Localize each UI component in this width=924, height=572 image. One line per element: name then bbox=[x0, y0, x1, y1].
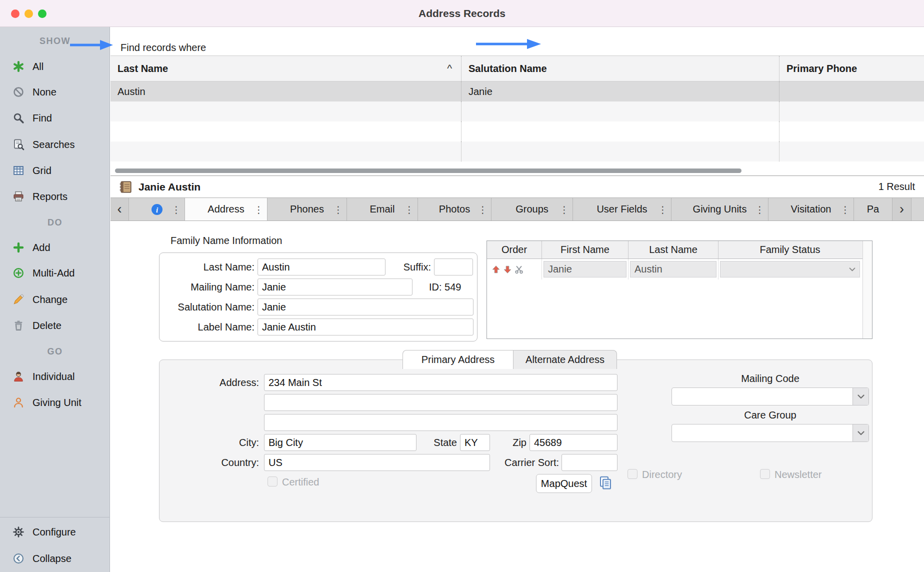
tab-options-icon[interactable]: ⋮ bbox=[755, 204, 764, 215]
members-column-last-name: Last Name bbox=[628, 241, 718, 258]
tab-options-icon[interactable]: ⋮ bbox=[254, 204, 264, 215]
chevron-down-icon bbox=[852, 424, 868, 442]
move-down-icon[interactable] bbox=[503, 265, 512, 274]
suffix-input[interactable] bbox=[434, 258, 473, 276]
circle-plus-icon bbox=[12, 266, 25, 280]
result-count: 1 Result bbox=[878, 181, 915, 192]
tab-groups[interactable]: Groups ⋮ bbox=[492, 198, 573, 220]
sidebar-item-collapse[interactable]: Collapse bbox=[0, 546, 110, 570]
carrier-sort-label: Carrier Sort: bbox=[490, 456, 559, 468]
zip-input[interactable] bbox=[530, 434, 618, 451]
sidebar-item-searches[interactable]: Searches bbox=[0, 132, 110, 156]
annotation-arrow-operator bbox=[475, 38, 542, 50]
tab-options-icon[interactable]: ⋮ bbox=[658, 204, 668, 215]
close-window-button[interactable] bbox=[11, 10, 20, 18]
tab-options-icon[interactable]: ⋮ bbox=[334, 204, 343, 215]
sidebar-item-individual[interactable]: Individual bbox=[0, 364, 110, 388]
tab-options-icon[interactable]: ⋮ bbox=[404, 204, 414, 215]
tabs-scroll-right-button[interactable]: › bbox=[892, 198, 912, 220]
newsletter-checkbox[interactable] bbox=[760, 469, 770, 479]
none-icon bbox=[12, 86, 25, 98]
minimize-window-button[interactable] bbox=[24, 10, 33, 18]
sidebar-item-configure[interactable]: Configure bbox=[0, 520, 110, 544]
sidebar-item-label: Find bbox=[32, 112, 52, 124]
tabs-scroll-left-button[interactable]: ‹ bbox=[110, 198, 129, 220]
mailing-name-input[interactable] bbox=[258, 278, 412, 296]
mapquest-button[interactable]: MapQuest bbox=[536, 474, 592, 493]
results-table: Last Name ^ Salutation Name Primary Phon… bbox=[110, 56, 924, 176]
column-header-salutation-name[interactable]: Salutation Name bbox=[462, 56, 780, 81]
country-label: Country: bbox=[190, 456, 259, 468]
sidebar-item-add[interactable]: Add bbox=[0, 236, 110, 260]
grid-icon bbox=[12, 164, 25, 177]
sidebar-item-giving-unit[interactable]: Giving Unit bbox=[0, 390, 110, 414]
saved-searches-icon bbox=[12, 138, 25, 151]
address-line2-input[interactable] bbox=[264, 394, 618, 411]
address-line3-input[interactable] bbox=[264, 414, 618, 431]
salutation-name-input[interactable] bbox=[258, 298, 474, 316]
mailing-code-select[interactable] bbox=[672, 388, 869, 406]
country-input[interactable] bbox=[264, 454, 490, 471]
table-row-empty bbox=[110, 122, 924, 142]
last-name-label: Last Name: bbox=[150, 261, 254, 273]
certified-label: Certified bbox=[282, 476, 319, 488]
address-line1-input[interactable] bbox=[264, 374, 618, 391]
mailing-name-label: Mailing Name: bbox=[150, 281, 254, 293]
tab-giving-units[interactable]: Giving Units ⋮ bbox=[672, 198, 768, 220]
tab-options-icon[interactable]: ⋮ bbox=[560, 204, 569, 215]
state-input[interactable] bbox=[460, 434, 490, 451]
column-header-label: Last Name bbox=[118, 63, 168, 74]
sidebar-item-label: Searches bbox=[32, 139, 75, 150]
move-up-icon[interactable] bbox=[492, 265, 500, 274]
tab-address[interactable]: Address ⋮ bbox=[185, 198, 268, 220]
cut-icon[interactable] bbox=[514, 265, 524, 274]
sidebar-item-grid[interactable]: Grid bbox=[0, 158, 110, 182]
tab-options-icon[interactable]: ⋮ bbox=[172, 204, 181, 215]
members-scrollbar[interactable] bbox=[862, 241, 872, 338]
tab-label: Photos bbox=[439, 204, 470, 215]
sidebar-item-change[interactable]: Change bbox=[0, 288, 110, 312]
tab-alternate-address[interactable]: Alternate Address bbox=[514, 350, 617, 369]
tab-options-icon[interactable]: ⋮ bbox=[840, 204, 850, 215]
person-outline-icon bbox=[12, 396, 25, 409]
column-header-label: Salutation Name bbox=[468, 63, 547, 74]
last-name-input[interactable] bbox=[258, 258, 386, 276]
column-header-primary-phone[interactable]: Primary Phone bbox=[780, 56, 924, 81]
care-group-select[interactable] bbox=[672, 424, 869, 442]
horizontal-scrollbar[interactable] bbox=[115, 168, 742, 173]
sidebar-item-delete[interactable]: Delete bbox=[0, 314, 110, 338]
city-input[interactable] bbox=[264, 434, 416, 451]
tab-label: Address bbox=[208, 204, 244, 215]
sidebar-item-label: Multi-Add bbox=[32, 268, 74, 279]
copy-address-icon[interactable] bbox=[598, 475, 613, 492]
tab-primary-address[interactable]: Primary Address bbox=[402, 350, 514, 369]
tab-user-fields[interactable]: User Fields ⋮ bbox=[573, 198, 672, 220]
label-name-input[interactable] bbox=[258, 318, 474, 336]
sidebar-item-multi-add[interactable]: Multi-Add bbox=[0, 261, 110, 285]
column-header-last-name[interactable]: Last Name ^ bbox=[110, 56, 462, 81]
member-first-name-field[interactable]: Janie bbox=[544, 261, 626, 278]
chevron-down-icon bbox=[849, 268, 856, 272]
sidebar-item-none[interactable]: None bbox=[0, 80, 110, 104]
zoom-window-button[interactable] bbox=[38, 10, 46, 18]
carrier-sort-input[interactable] bbox=[562, 454, 618, 471]
tab-options-icon[interactable]: ⋮ bbox=[478, 204, 488, 215]
column-header-label: Primary Phone bbox=[786, 63, 857, 74]
sidebar-item-reports[interactable]: Reports bbox=[0, 184, 110, 208]
family-status-select[interactable] bbox=[720, 261, 860, 278]
tab-pastoral-truncated[interactable]: Pa bbox=[854, 198, 892, 220]
member-row[interactable]: Janie Austin bbox=[487, 259, 872, 280]
sidebar-item-find[interactable]: Find bbox=[0, 106, 110, 130]
tab-photos[interactable]: Photos ⋮ bbox=[418, 198, 492, 220]
tab-visitation[interactable]: Visitation ⋮ bbox=[768, 198, 854, 220]
directory-checkbox[interactable] bbox=[628, 469, 638, 479]
tab-info[interactable]: i ⋮ bbox=[129, 198, 185, 220]
member-last-name-field[interactable]: Austin bbox=[630, 261, 716, 278]
sidebar-item-label: Delete bbox=[32, 320, 62, 332]
directory-label: Directory bbox=[642, 468, 682, 480]
certified-checkbox[interactable] bbox=[268, 476, 278, 486]
sidebar-item-all[interactable]: All bbox=[0, 54, 110, 78]
tab-email[interactable]: Email ⋮ bbox=[347, 198, 418, 220]
tab-phones[interactable]: Phones ⋮ bbox=[268, 198, 347, 220]
sort-ascending-icon[interactable]: ^ bbox=[447, 62, 452, 74]
